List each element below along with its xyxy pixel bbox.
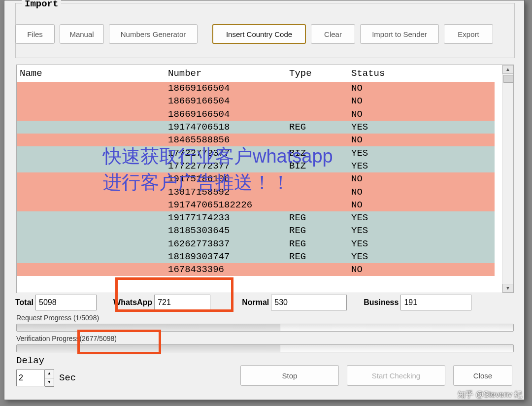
verification-progress-label: Verification Progress(2677/5098): [16, 335, 117, 342]
results-table: Name Number Type Status 18669166504NO186…: [16, 65, 514, 293]
table-row[interactable]: 1678433396NO: [17, 263, 495, 276]
groupbox-title: Import: [22, 0, 61, 9]
cell-status: NO: [348, 187, 415, 198]
cell-number: 13017158592: [165, 187, 286, 198]
scroll-thumb[interactable]: [503, 75, 513, 83]
total-value: 5098: [35, 295, 97, 310]
cell-type: REG: [286, 212, 348, 223]
footer-buttons: Stop Start Checking Close: [240, 365, 512, 386]
cell-status: NO: [348, 173, 415, 184]
insert-country-code-button[interactable]: Insert Country Code: [212, 24, 306, 44]
table-row[interactable]: 18465588856NO: [17, 134, 495, 146]
cell-number: 18465588856: [165, 135, 286, 145]
verification-progress-fill: [17, 345, 280, 352]
table-row[interactable]: 13017158592NO: [17, 185, 495, 198]
cell-status: NO: [348, 96, 415, 106]
start-checking-button[interactable]: Start Checking: [347, 365, 445, 386]
cell-type: BIZ: [286, 161, 348, 171]
cell-type: REG: [286, 238, 348, 249]
business-label: Business: [362, 298, 400, 307]
col-number[interactable]: Number: [165, 68, 286, 79]
cell-number: 19174706518: [165, 122, 286, 133]
table-row[interactable]: 17722772377BIZYES: [17, 160, 495, 172]
request-progress-label: Request Progress (1/5098): [16, 314, 99, 322]
table-row[interactable]: 18189303747REGYES: [17, 250, 495, 263]
cell-status: YES: [348, 161, 415, 171]
cell-number: 19177174233: [165, 212, 286, 223]
scroll-up-arrow-icon[interactable]: ▲: [502, 65, 513, 74]
cell-number: 16262773837: [165, 238, 286, 249]
table-row[interactable]: 18669166504NO: [17, 95, 495, 107]
delay-spinner[interactable]: ▲ ▼: [45, 369, 54, 387]
whatsapp-value: 721: [154, 295, 210, 310]
cell-number: 1678433396: [165, 264, 286, 275]
cell-number: 18189303747: [165, 251, 286, 262]
table-row[interactable]: 19177174233REGYES: [17, 211, 495, 224]
delay-section: Delay ▲ ▼ Sec: [16, 355, 76, 387]
delay-label: Delay: [16, 355, 76, 366]
cell-number: 17722772377: [165, 161, 286, 171]
table-header: Name Number Type Status: [17, 65, 495, 82]
scroll-down-arrow-icon[interactable]: ▼: [502, 284, 513, 293]
delay-input[interactable]: [16, 370, 45, 386]
verification-progress-bar: [16, 344, 514, 352]
cell-status: YES: [348, 251, 415, 262]
vertical-scrollbar[interactable]: ▲ ▼: [502, 65, 513, 293]
files-button[interactable]: Files: [15, 24, 55, 44]
spin-down-icon[interactable]: ▼: [45, 378, 54, 387]
table-row[interactable]: 18669166504NO: [17, 108, 495, 121]
table-row[interactable]: 18185303645REGYES: [17, 224, 495, 237]
delay-unit: Sec: [59, 372, 76, 383]
close-button[interactable]: Close: [453, 365, 512, 386]
cell-number: 18669166504: [165, 96, 286, 106]
cell-number: 17722772377: [165, 148, 286, 159]
clear-button[interactable]: Clear: [311, 24, 355, 44]
cell-status: YES: [348, 212, 415, 223]
table-row[interactable]: 18669166504NO: [17, 82, 495, 95]
col-name[interactable]: Name: [17, 68, 165, 79]
normal-value: 530: [271, 295, 347, 310]
table-row[interactable]: 191747065182226NO: [17, 199, 495, 211]
cell-status: NO: [348, 83, 415, 94]
manual-button[interactable]: Manual: [60, 24, 104, 44]
import-toolbar: Files Manual Numbers Generator Insert Co…: [15, 24, 514, 44]
whatsapp-label: WhatsApp: [111, 298, 154, 307]
table-row[interactable]: 17722772377BIZYES: [17, 146, 495, 159]
table-row[interactable]: 19174706518REGYES: [17, 121, 495, 134]
stop-button[interactable]: Stop: [240, 365, 339, 386]
cell-status: NO: [348, 109, 415, 120]
table-row[interactable]: 16262773837REGYES: [17, 237, 495, 250]
total-label: Total: [13, 298, 35, 307]
cell-type: REG: [286, 251, 348, 262]
normal-label: Normal: [240, 298, 271, 307]
cell-number: 18669166504: [165, 83, 286, 94]
import-to-sender-button[interactable]: Import to Sender: [360, 24, 439, 44]
spin-up-icon[interactable]: ▲: [45, 370, 54, 378]
cell-status: NO: [348, 200, 415, 210]
cell-status: YES: [348, 238, 415, 249]
cell-status: NO: [348, 135, 415, 145]
cell-number: 19175186106: [165, 173, 286, 184]
export-button[interactable]: Export: [444, 24, 493, 44]
cell-type: REG: [286, 225, 348, 236]
zhihu-watermark: 知乎 @Stevenv 纪: [458, 390, 522, 400]
col-type[interactable]: Type: [286, 68, 348, 79]
col-status[interactable]: Status: [348, 68, 415, 79]
cell-status: YES: [348, 225, 415, 236]
cell-number: 191747065182226: [165, 200, 286, 210]
request-progress-bar: [16, 324, 514, 332]
request-progress-fill: [17, 324, 280, 331]
cell-type: REG: [286, 122, 348, 133]
cell-status: YES: [348, 122, 415, 133]
table-row[interactable]: 19175186106NO: [17, 172, 495, 185]
cell-status: YES: [348, 148, 415, 159]
table-body: 18669166504NO18669166504NO18669166504NO1…: [17, 82, 495, 276]
cell-number: 18669166504: [165, 109, 286, 120]
cell-status: NO: [348, 264, 415, 275]
cell-number: 18185303645: [165, 225, 286, 236]
stats-bar: Total 5098 WhatsApp 721 Normal 530 Busin…: [13, 294, 516, 311]
app-window: Import Files Manual Numbers Generator In…: [4, 0, 525, 400]
numbers-generator-button[interactable]: Numbers Generator: [109, 24, 198, 44]
cell-type: BIZ: [286, 148, 348, 159]
business-value: 191: [400, 295, 471, 310]
